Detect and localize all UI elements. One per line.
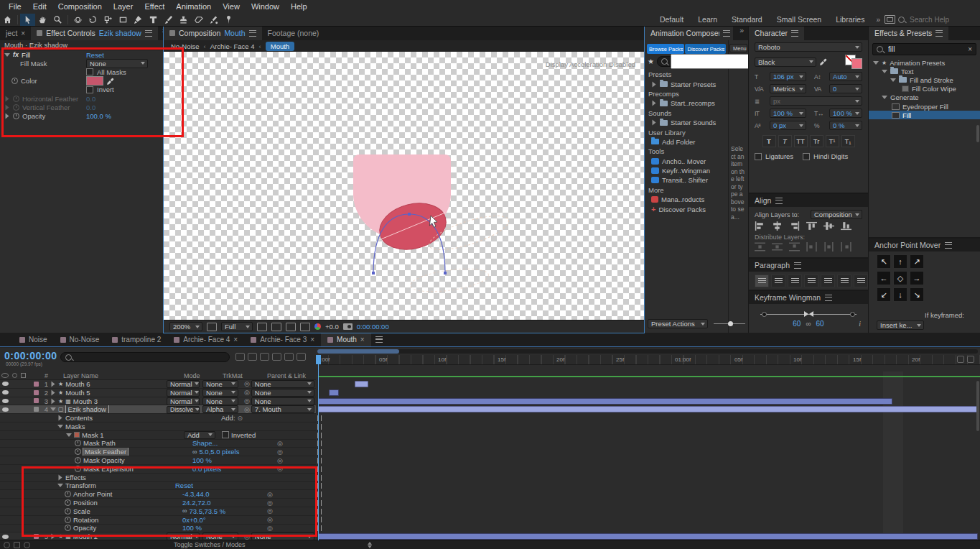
pickwhip-icon[interactable]: ◎: [267, 516, 273, 523]
table-row[interactable]: Scale ∞73.5,73.5 % ◎: [0, 507, 316, 516]
ease-in-value[interactable]: 60: [793, 320, 801, 328]
eyedropper-icon[interactable]: [820, 58, 827, 65]
transparency-grid-icon[interactable]: [271, 323, 281, 331]
property-value[interactable]: 0.0 pixels: [192, 465, 221, 473]
info-icon[interactable]: i: [859, 320, 861, 328]
twirl-icon[interactable]: [873, 61, 879, 65]
panel-menu-icon[interactable]: [723, 30, 730, 37]
clear-search-icon[interactable]: ×: [968, 45, 972, 53]
wingman-slider[interactable]: [760, 314, 857, 315]
snapshot-icon[interactable]: [300, 323, 310, 331]
pen-tool-icon[interactable]: [131, 14, 146, 26]
list-item[interactable]: Starter Sounds: [645, 118, 728, 127]
table-row[interactable]: Contents Add:⊙: [0, 414, 316, 423]
twirl-icon[interactable]: [6, 96, 9, 101]
layer-bar[interactable]: [355, 381, 368, 387]
workspace-default[interactable]: Default: [653, 15, 691, 24]
panel-menu-icon[interactable]: [375, 336, 383, 343]
playhead-line[interactable]: [318, 355, 319, 540]
property-value[interactable]: 24.2,72.0: [182, 499, 211, 507]
camera-icon[interactable]: [343, 323, 353, 330]
pickwhip-icon[interactable]: ◎: [267, 507, 273, 515]
tab-effects-presets[interactable]: Effects & Presets: [869, 26, 948, 40]
manage-products-item[interactable]: Mana..roducts: [645, 195, 728, 204]
twirl-icon[interactable]: [66, 433, 72, 437]
preset-actions-dropdown[interactable]: Preset Actions: [648, 319, 708, 328]
align-header[interactable]: Align: [749, 194, 868, 207]
menu-edit[interactable]: Edit: [27, 2, 52, 11]
twirl-icon[interactable]: [57, 425, 63, 428]
zoom-tool-icon[interactable]: [50, 14, 65, 26]
fx-badge-icon[interactable]: fx: [13, 51, 19, 58]
tab-mouth[interactable]: Mouth×: [321, 333, 371, 346]
panel-menu-icon[interactable]: [775, 198, 783, 204]
property-value[interactable]: 0x+0.0°: [182, 516, 206, 524]
mask-mode-dropdown[interactable]: Add: [184, 431, 215, 439]
pickwhip-icon[interactable]: ◎: [244, 389, 250, 396]
time-navigator-thumb[interactable]: [317, 349, 399, 354]
pickwhip-icon[interactable]: ◎: [267, 491, 273, 498]
font-style-dropdown[interactable]: Black: [755, 57, 816, 67]
distribute-bottom-button[interactable]: [789, 242, 800, 252]
layer-bar[interactable]: [318, 533, 978, 540]
stopwatch-icon[interactable]: [75, 440, 81, 446]
table-row[interactable]: Transform Reset: [0, 482, 316, 491]
parent-dropdown[interactable]: None: [251, 380, 314, 388]
pickwhip-icon[interactable]: ◎: [267, 499, 273, 507]
stopwatch-icon[interactable]: [75, 457, 81, 463]
resolution-dropdown[interactable]: Full: [221, 322, 253, 331]
align-hcenter-button[interactable]: [772, 221, 783, 231]
ruler-option-icon[interactable]: [957, 356, 964, 363]
trkmat-dropdown[interactable]: None: [202, 389, 238, 397]
discover-packs-button[interactable]: Discover Packs: [685, 44, 726, 54]
menu-view[interactable]: View: [217, 2, 246, 11]
zoom-dropdown[interactable]: 200%: [169, 322, 202, 331]
channel-icon[interactable]: [314, 323, 321, 330]
more-panels-icon[interactable]: »: [735, 26, 748, 40]
mode-dropdown[interactable]: Dissolve: [167, 406, 200, 414]
table-row[interactable]: Mask Feather ∞5.0,5.0 pixels ◎: [0, 448, 316, 456]
kerning-dropdown[interactable]: Metrics: [770, 84, 806, 93]
panel-menu-icon[interactable]: [935, 30, 943, 37]
timeline-search-input[interactable]: [75, 353, 225, 361]
property-value[interactable]: 73.5,73.5 %: [189, 507, 225, 515]
inverted-checkbox[interactable]: [222, 431, 229, 438]
eye-icon[interactable]: [0, 382, 10, 386]
selection-tool-icon[interactable]: [20, 14, 35, 26]
label-color[interactable]: [32, 390, 40, 395]
menu-composition[interactable]: Composition: [52, 2, 108, 11]
tab-effect-controls[interactable]: Effect Controls Ezik shadow: [31, 26, 158, 40]
tree-item-animation-presets[interactable]: ★Animation Presets: [869, 58, 980, 67]
close-icon[interactable]: ×: [21, 29, 25, 37]
tab-footage[interactable]: Footage (none): [262, 26, 325, 40]
align-bottom-button[interactable]: [841, 221, 851, 231]
layer-bar[interactable]: [329, 389, 339, 396]
parent-dropdown[interactable]: None: [251, 389, 314, 397]
align-text-right-button[interactable]: [788, 274, 802, 287]
workspace-small-screen[interactable]: Small Screen: [770, 15, 829, 24]
property-value[interactable]: 5.0,5.0 pixels: [199, 448, 239, 456]
justify-last-center-button[interactable]: [821, 274, 835, 287]
roi-icon[interactable]: [257, 323, 267, 331]
pickwhip-icon[interactable]: ◎: [277, 448, 283, 456]
stopwatch-icon[interactable]: [13, 104, 19, 111]
snap-icon[interactable]: [885, 15, 895, 24]
motion-blur-icon[interactable]: [284, 353, 294, 361]
composition-canvas[interactable]: Display Acceleration Disabled: [164, 52, 644, 320]
list-item[interactable]: Start..recomps: [645, 98, 728, 108]
menu-window[interactable]: Window: [246, 2, 285, 11]
anchor-left-button[interactable]: ←: [877, 271, 891, 285]
tab-archie-face-4[interactable]: Archie- Face 4×: [167, 333, 244, 346]
trkmat-dropdown[interactable]: None: [202, 380, 238, 388]
superscript-button[interactable]: T¹: [826, 135, 839, 147]
align-left-button[interactable]: [755, 221, 765, 231]
font-size-dropdown[interactable]: 106 px: [770, 72, 806, 81]
parent-dropdown[interactable]: 7. Mouth: [251, 405, 314, 413]
frame-blending-icon[interactable]: [272, 353, 281, 361]
tree-item-fill-color-wipe[interactable]: Fill Color Wipe: [869, 85, 980, 93]
parent-dropdown[interactable]: None: [251, 397, 314, 405]
twirl-icon[interactable]: [653, 120, 656, 126]
tree-item-fill[interactable]: Fill: [869, 111, 980, 119]
align-text-center-button[interactable]: [771, 274, 785, 287]
opacity-value[interactable]: 100.0 %: [86, 112, 111, 120]
